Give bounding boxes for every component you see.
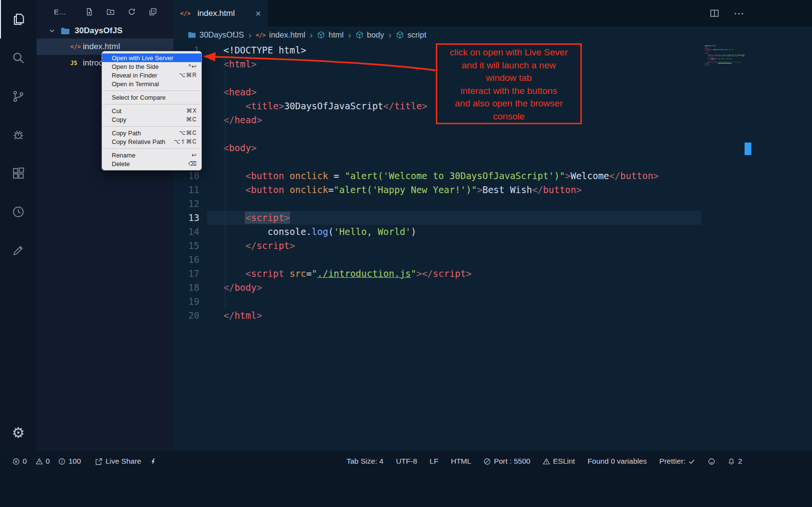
folder-item-30daysofjs[interactable]: 30DaysOfJS — [37, 23, 173, 39]
code-line-16[interactable]: 16 — [173, 253, 812, 267]
status-0[interactable]: 0 — [13, 457, 27, 466]
status-2[interactable]: 2 — [728, 457, 742, 466]
menu-item-copy-relative-path[interactable]: Copy Relative Path⌥⇧⌘C — [102, 137, 201, 146]
line-number[interactable]: 10 — [173, 169, 207, 183]
line-number[interactable]: 11 — [173, 183, 207, 197]
menu-item-copy[interactable]: Copy⌘C — [102, 115, 201, 124]
search-icon[interactable] — [0, 39, 37, 77]
status-live-share[interactable]: Live Share — [95, 457, 141, 466]
code-line-19[interactable]: 19 — [173, 295, 812, 309]
menu-item-shortcut: ⌫ — [188, 160, 197, 167]
status-utf-8[interactable]: UTF-8 — [396, 457, 417, 466]
menu-item-reveal-in-finder[interactable]: Reveal in Finder⌥⌘R — [102, 71, 201, 79]
code-line-17[interactable]: 17 <script src="./introduction.js"></scr… — [173, 267, 812, 281]
line-number[interactable]: 14 — [173, 225, 207, 239]
status-100[interactable]: 100 — [58, 457, 81, 466]
code-line-15[interactable]: 15 </script> — [173, 239, 812, 253]
menu-separator — [103, 126, 201, 127]
menu-item-shortcut: ⌥⌘R — [179, 72, 197, 78]
run-debug-icon[interactable] — [0, 116, 37, 154]
menu-item-open-to-the-side[interactable]: Open to the Side^↩ — [102, 62, 201, 71]
status-0[interactable]: 0 — [36, 457, 50, 466]
minimap-line-17: <script src="./introduction.js"></script… — [704, 62, 745, 63]
menu-item-delete[interactable]: Delete⌫ — [102, 159, 201, 168]
code-line-11[interactable]: 11 <button onclick="alert('Happy New Yea… — [173, 183, 812, 197]
line-number[interactable]: 19 — [173, 295, 207, 309]
file-name: index.html — [83, 42, 120, 52]
status-bolt[interactable] — [150, 458, 157, 465]
status-prettier[interactable]: Prettier: — [659, 457, 695, 466]
status-tab-size-4[interactable]: Tab Size: 4 — [346, 457, 383, 466]
breadcrumb-item-index-html[interactable]: </>index.html — [256, 30, 305, 39]
breadcrumb-item-script[interactable]: script — [396, 30, 426, 39]
html-file-icon: </> — [180, 10, 193, 17]
minimap-line-11: <button onclick="alert('Happy New Year!'… — [704, 55, 745, 56]
menu-item-rename[interactable]: Rename↩ — [102, 151, 201, 159]
code-text: </html> — [207, 309, 701, 323]
line-number[interactable]: 16 — [173, 253, 207, 267]
code-line-12[interactable]: 12 — [173, 197, 812, 211]
menu-item-cut[interactable]: Cut⌘X — [102, 106, 201, 115]
timeline-icon[interactable] — [0, 193, 37, 231]
line-number[interactable]: 12 — [173, 197, 207, 211]
code-line-20[interactable]: 20</html> — [173, 309, 812, 323]
status-label: ESLint — [553, 457, 575, 466]
menu-item-copy-path[interactable]: Copy Path⌥⌘C — [102, 129, 201, 137]
code-line-13[interactable]: 13 <script> — [173, 211, 812, 225]
status-smiley[interactable] — [708, 458, 715, 465]
menu-item-shortcut: ^↩ — [188, 63, 197, 70]
menu-item-open-in-terminal[interactable]: Open in Terminal — [102, 79, 201, 88]
line-number[interactable]: 18 — [173, 281, 207, 295]
explorer-icon[interactable] — [0, 0, 37, 39]
menu-item-label: Open with Live Server — [112, 54, 191, 62]
extensions-icon[interactable] — [0, 154, 37, 193]
warning-icon — [543, 458, 550, 465]
scrollbar-marker[interactable] — [745, 143, 751, 155]
status-html[interactable]: HTML — [451, 457, 471, 466]
share-icon — [95, 458, 103, 465]
menu-item-label: Open in Terminal — [112, 80, 191, 88]
status-bar-left: 00100Live Share — [13, 457, 157, 466]
status-label: LF — [430, 457, 438, 466]
status-label: Live Share — [105, 457, 141, 466]
breadcrumb-item-body[interactable]: body — [355, 30, 384, 39]
status-eslint[interactable]: ESLint — [543, 457, 575, 466]
indent-guide — [225, 57, 225, 309]
feedback-icon[interactable] — [0, 231, 37, 270]
breadcrumb-item-30daysofjs[interactable]: 30DaysOfJS — [188, 30, 244, 39]
code-line-14[interactable]: 14 console.log('Hello, World') — [173, 225, 812, 239]
tab-label: index.html — [197, 9, 235, 18]
status-label: Found 0 variables — [588, 457, 647, 466]
menu-separator — [103, 148, 201, 149]
folder-icon — [61, 26, 70, 36]
new-file-icon[interactable] — [85, 8, 93, 16]
more-actions-icon[interactable]: ⋯ — [733, 7, 745, 20]
source-control-icon[interactable] — [0, 77, 37, 116]
menu-separator — [103, 104, 201, 104]
collapse-folders-icon[interactable] — [149, 8, 157, 16]
new-folder-icon[interactable] — [106, 8, 115, 16]
code-line-9[interactable]: 9 — [173, 155, 812, 169]
status-found-0-variables[interactable]: Found 0 variables — [588, 457, 647, 466]
tab-index-html[interactable]: </> index.html × — [173, 0, 268, 26]
line-number[interactable]: 17 — [173, 267, 207, 281]
code-line-10[interactable]: 10 <button onclick = "alert('Welcome to … — [173, 169, 812, 183]
menu-item-shortcut: ⌥⌘C — [179, 130, 197, 136]
settings-gear-icon[interactable]: ⚙ — [0, 422, 37, 443]
line-number[interactable]: 20 — [173, 309, 207, 323]
line-number[interactable]: 13 — [173, 211, 207, 225]
menu-item-open-with-live-server[interactable]: Open with Live Server — [102, 53, 201, 62]
refresh-explorer-icon[interactable] — [128, 8, 136, 16]
close-tab-icon[interactable]: × — [255, 9, 261, 18]
menu-item-select-for-compare[interactable]: Select for Compare — [102, 93, 201, 102]
code-line-18[interactable]: 18</body> — [173, 281, 812, 295]
split-editor-icon[interactable] — [710, 9, 719, 18]
breadcrumb-item-html[interactable]: html — [317, 30, 343, 39]
status-lf[interactable]: LF — [430, 457, 438, 466]
code-line-7[interactable]: 7 — [173, 127, 812, 141]
status-port-5500[interactable]: Port : 5500 — [484, 457, 530, 466]
minimap[interactable]: <!DOCTYPE html><html> <head> <title>30Da… — [704, 45, 745, 68]
line-number[interactable]: 15 — [173, 239, 207, 253]
code-line-8[interactable]: 8<body> — [173, 141, 812, 155]
code-text: <script> — [207, 211, 701, 225]
